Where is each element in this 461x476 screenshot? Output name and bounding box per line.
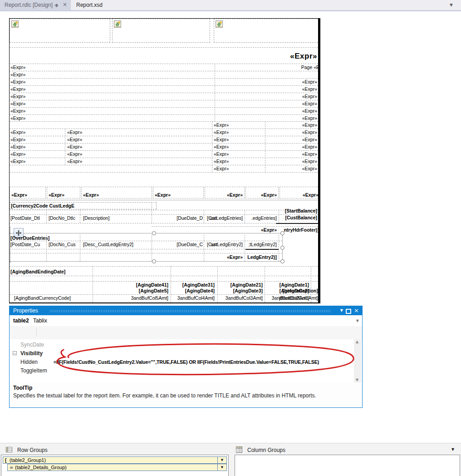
aging-amount-textbox[interactable]: 3andBufCol5Amt] xyxy=(131,295,168,301)
aging-currency-textbox[interactable]: [AgingBandCurrencyCode] xyxy=(14,295,71,301)
scroll-down-icon[interactable]: ▼ xyxy=(356,378,358,382)
title-expr-textbox[interactable]: «Expr» xyxy=(290,51,317,61)
expr-textbox[interactable]: «Expr» xyxy=(302,115,317,121)
tab-report-rdlc-design[interactable]: Report.rdlc [Design] × xyxy=(0,0,71,10)
object-selector-combobox[interactable]: table2 Tablix ▼ xyxy=(10,315,362,326)
expr-textbox[interactable]: «Expr» xyxy=(10,79,25,85)
field-textbox[interactable]: ustLedgEntries] xyxy=(210,215,243,221)
column-header-textbox[interactable]: «Expr» xyxy=(153,187,204,198)
expr-textbox[interactable]: «Expr» xyxy=(302,94,317,99)
property-grid-scrollbar[interactable]: ▲ ▼ xyxy=(354,339,361,382)
expr-textbox[interactable]: «Expr» xyxy=(10,129,25,135)
expr-textbox[interactable]: «Expr» xyxy=(214,122,229,128)
cust-balance-textbox[interactable]: [CustBalance] xyxy=(285,215,317,221)
expr-textbox[interactable]: «Expr» xyxy=(67,129,82,135)
expr-textbox[interactable]: «Expr» xyxy=(10,151,25,157)
group-dropdown-button[interactable]: ▼ xyxy=(217,457,226,463)
scroll-up-icon[interactable]: ▲ xyxy=(356,340,358,344)
field-textbox[interactable]: [DocNo_Cus xyxy=(49,242,78,248)
selection-handle[interactable] xyxy=(280,246,284,250)
field-textbox[interactable]: ustLedgEntry2] xyxy=(211,242,243,248)
selection-handle[interactable] xyxy=(280,231,284,235)
maximize-icon[interactable] xyxy=(346,309,351,314)
image-textbox[interactable] xyxy=(214,19,320,43)
tab-list-chevron-icon[interactable]: ▼ xyxy=(450,3,453,7)
aging-amount-textbox[interactable]: 3andBufCol4Amt] xyxy=(177,295,215,301)
expr-textbox[interactable]: «Expr» xyxy=(302,101,317,107)
column-header-textbox[interactable]: «Expr» xyxy=(81,187,152,198)
aging-date-textbox[interactable]: [AgingDate41] xyxy=(136,282,168,288)
window-position-icon[interactable]: ▼ xyxy=(340,308,343,312)
column-header-textbox[interactable]: «Expr» xyxy=(205,187,245,198)
expr-textbox[interactable]: «Expr» xyxy=(214,159,229,164)
expr-textbox[interactable]: «Expr» xyxy=(10,101,25,107)
expr-textbox[interactable]: «Expr» xyxy=(10,64,25,70)
expr-textbox[interactable]: «Expr» xyxy=(302,122,317,128)
expr-textbox[interactable]: «Expr» xyxy=(10,115,25,121)
column-header-textbox[interactable]: «Expr» xyxy=(10,187,46,198)
expr-textbox[interactable]: «Expr» xyxy=(214,151,229,157)
before-caption-textbox[interactable]: [beforeCaption] xyxy=(283,288,318,294)
aging-date-textbox[interactable]: [AgingDate21] xyxy=(230,282,263,288)
expr-textbox[interactable]: «Expr» xyxy=(302,166,317,172)
image-textbox[interactable] xyxy=(112,19,210,43)
aging-date-textbox[interactable]: [AgingDate4] xyxy=(185,288,215,294)
expr-textbox[interactable]: «Expr» xyxy=(302,79,317,85)
expr-textbox[interactable]: «Expr» xyxy=(10,72,25,78)
aging-amount-textbox[interactable]: jBandBufCol1Amt] xyxy=(279,295,318,301)
field-textbox[interactable]: ;tLedgEntry2] xyxy=(249,242,277,248)
hidden-expression-value[interactable]: =IIF(Fields!CustNo_CustLedgEntry2.Value=… xyxy=(54,359,352,365)
expr-textbox[interactable]: «Expr» xyxy=(10,86,25,92)
expr-textbox[interactable]: «Expr» xyxy=(10,137,25,143)
page-number-textbox[interactable]: Page «E xyxy=(301,64,319,70)
aging-date-textbox[interactable]: [AgingDate5] xyxy=(139,288,168,294)
overdue-total-textbox[interactable]: LedgEntry2)] xyxy=(247,254,277,260)
row-groups-list[interactable]: [ (table2_Group1) ▼ ≡ (table2_Details_Gr… xyxy=(1,455,229,476)
expr-textbox[interactable]: «Expr» xyxy=(214,166,229,172)
pin-icon[interactable] xyxy=(54,3,59,8)
hdr-footer-textbox[interactable]: ntryHdrFooter)] xyxy=(284,227,319,233)
expr-textbox[interactable]: «Expr» xyxy=(214,137,229,143)
aging-date-textbox[interactable]: [AgingDate3] xyxy=(233,288,263,294)
field-textbox[interactable]: [DueDate_D xyxy=(155,215,203,221)
column-header-textbox[interactable]: «Expr» xyxy=(245,187,279,198)
selection-handle[interactable] xyxy=(152,259,156,263)
expr-textbox[interactable]: «Expr» xyxy=(67,144,82,150)
expr-textbox[interactable]: «Expr» xyxy=(10,159,25,164)
close-icon[interactable]: × xyxy=(63,1,67,8)
aging-ending-date-textbox[interactable]: [AgingBandEndingDate] xyxy=(10,269,65,275)
tab-report-xsd[interactable]: Report.xsd xyxy=(76,2,103,8)
column-header-textbox[interactable]: «Expr» xyxy=(47,187,80,198)
selection-handle[interactable] xyxy=(280,259,284,263)
currency-header-cell[interactable]: [Currency2Code CustLedgE xyxy=(10,202,157,209)
expr-textbox[interactable]: «Expr» xyxy=(302,137,317,143)
row-group-item[interactable]: ≡ (table2_Details_Group) ▼ xyxy=(7,464,227,471)
column-groups-list[interactable] xyxy=(235,455,460,476)
field-textbox[interactable]: [PostDate_Cu xyxy=(10,242,46,248)
column-header-textbox[interactable]: «Expr» xyxy=(280,187,320,198)
expr-textbox[interactable]: «Expr» xyxy=(10,108,25,114)
expr-textbox[interactable]: «Expr» xyxy=(214,144,229,150)
property-row-syncdate[interactable]: SyncDate xyxy=(20,342,44,348)
start-balance-textbox[interactable]: [StartBalance] xyxy=(285,208,317,214)
expr-textbox[interactable]: «Expr» xyxy=(302,108,317,114)
column-groups-menu-icon[interactable]: ▼ xyxy=(451,447,454,451)
expr-textbox[interactable]: «Expr» xyxy=(302,129,317,135)
property-row-toggleitem[interactable]: ToggleItem xyxy=(20,367,47,374)
expr-textbox[interactable]: «Expr» xyxy=(10,144,25,150)
expr-textbox[interactable]: «Expr» xyxy=(261,227,277,233)
aging-date-textbox[interactable]: [AgingDate1] xyxy=(280,282,309,288)
expr-textbox[interactable]: «Expr» xyxy=(67,159,82,164)
field-textbox[interactable]: [PostDate_Dtl xyxy=(10,215,46,221)
field-textbox[interactable]: .edgEntries] xyxy=(251,215,277,221)
expr-textbox[interactable]: «Expr» xyxy=(67,151,82,157)
expr-textbox[interactable]: «Expr» xyxy=(302,159,317,164)
field-textbox[interactable]: [Desc_CustLedgEntry2] xyxy=(83,242,133,248)
expr-textbox[interactable]: «Expr» xyxy=(214,129,229,135)
aging-amount-textbox[interactable]: 3andBufCol3Amt] xyxy=(226,295,263,301)
expr-textbox[interactable]: «Expr» xyxy=(302,151,317,157)
close-icon[interactable]: × xyxy=(354,307,359,314)
expr-textbox[interactable]: «Expr» xyxy=(302,86,317,92)
report-design-surface[interactable]: «Expr» «Expr» Page «E «Expr» «Expr» «Exp… xyxy=(9,18,320,303)
expr-textbox[interactable]: «Expr» xyxy=(227,254,243,260)
